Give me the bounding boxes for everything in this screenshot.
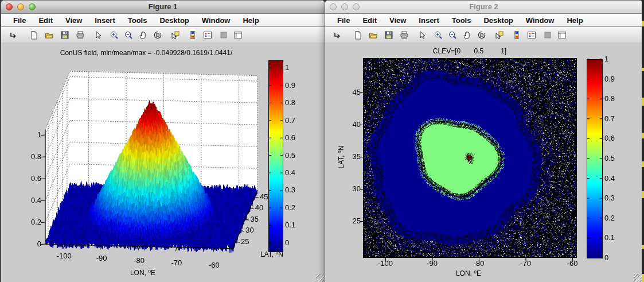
figure2-titlebar[interactable]: Figure 2 [325,1,642,14]
menu-view[interactable]: View [59,16,88,25]
menu-help[interactable]: Help [560,16,589,25]
menu-window[interactable]: Window [520,16,561,25]
background-highlight [642,68,644,71]
insert-colorbar-icon [512,30,521,40]
data-cursor-button[interactable] [493,29,506,41]
figure2-menubar: FileEditViewInsertToolsDesktopWindowHelp [325,14,642,27]
rotate-3d-icon [153,30,162,40]
colorbar-tick-label: 0.4 [285,168,295,177]
menu-edit[interactable]: Edit [356,16,383,25]
zoom-in-icon [434,30,443,40]
insert-legend-button[interactable] [201,29,214,41]
y-axis-label: LAT, ⁰N [337,133,346,181]
save-figure-button[interactable] [58,29,71,41]
resize-grip[interactable] [634,274,642,282]
dock-arrow-button[interactable] [331,29,344,41]
y-tick-label: 30 [342,184,361,193]
edit-plot-icon [93,30,103,40]
menu-file[interactable]: File [7,16,32,25]
figure1-title: ConUS field, min/mean/max = -0.049928/0.… [26,49,267,57]
menu-window[interactable]: Window [196,16,237,25]
pan-icon [462,30,471,40]
background-window-sliver [642,0,644,282]
colorbar-tick-label: 0.7 [285,116,295,125]
menu-desktop[interactable]: Desktop [477,16,519,25]
new-figure-button[interactable] [28,29,40,41]
figure1-toolbar [1,27,325,44]
zoom-in-button[interactable] [108,29,120,41]
pan-button[interactable] [136,29,149,41]
figure2-plot-canvas[interactable] [325,43,642,282]
open-file-icon [45,30,54,40]
menu-file[interactable]: File [331,16,356,25]
menu-insert[interactable]: Insert [412,16,445,25]
show-plot-tools-icon [233,30,243,40]
colorbar-tick-label: 0.6 [285,133,295,142]
menu-tools[interactable]: Tools [446,16,478,25]
menu-desktop[interactable]: Desktop [153,16,195,25]
colorbar-tick-label: 1 [604,55,608,63]
dock-arrow-icon [333,30,342,40]
insert-colorbar-button[interactable] [186,29,199,41]
new-figure-button[interactable] [352,29,364,41]
menu-edit[interactable]: Edit [32,16,59,25]
rotate-3d-button[interactable] [151,29,164,41]
data-cursor-button[interactable] [169,29,182,41]
y-tick-label: 40 [342,120,361,129]
background-highlight [642,21,644,26]
edit-plot-button[interactable] [416,29,428,41]
open-file-button[interactable] [367,29,380,41]
menu-insert[interactable]: Insert [88,16,121,25]
x-tick-label: -90 [89,254,114,262]
figure2-window: Figure 2 FileEditViewInsertToolsDesktopW… [325,0,643,282]
menu-tools[interactable]: Tools [122,16,154,25]
zoom-out-button[interactable] [122,29,135,41]
y-tick-label: 45 [260,192,268,201]
colorbar-tick-label: 0.9 [285,81,295,90]
save-figure-button[interactable] [383,29,395,41]
y-axis-label: LAT, ⁰N [260,250,283,259]
edit-plot-button[interactable] [92,29,104,41]
print-figure-button[interactable] [74,29,87,41]
menu-help[interactable]: Help [236,16,265,25]
colorbar-tick-label: 1 [285,63,289,72]
dock-arrow-icon [9,30,18,40]
background-highlight [642,98,644,106]
save-figure-icon [60,30,69,40]
figure1-titlebar[interactable]: Figure 1 [1,1,325,14]
zoom-out-icon [448,30,457,40]
colorbar-tick-label: 0.3 [285,186,295,194]
print-figure-button[interactable] [398,29,411,41]
z-tick-label: 0.4 [23,196,41,204]
x-tick-label: -80 [127,256,151,265]
dock-arrow-button[interactable] [7,29,19,41]
zoom-out-button[interactable] [446,29,459,41]
zoom-in-icon [110,30,119,40]
print-figure-icon [400,30,409,40]
x-tick-label: -70 [514,259,538,268]
colorbar-tick-label: 0 [285,238,289,247]
y-tick-label: 35 [250,215,258,223]
rotate-3d-button[interactable] [475,29,488,41]
print-figure-icon [76,30,85,40]
insert-legend-button[interactable] [525,29,538,41]
colorbar-tick-label: 0.8 [285,98,295,107]
zoom-in-button[interactable] [432,29,444,41]
menu-view[interactable]: View [383,16,412,25]
y-tick-label: 40 [255,203,263,212]
save-figure-icon [384,30,393,40]
insert-colorbar-icon [188,30,197,40]
figure2-toolbar [325,27,642,44]
hide-plot-tools-button[interactable] [217,29,230,41]
y-tick-label: 25 [342,217,361,225]
open-file-button[interactable] [43,29,56,41]
show-plot-tools-button[interactable] [556,29,568,41]
resize-grip[interactable] [316,274,324,282]
figure1-plot-canvas[interactable] [1,43,325,282]
z-tick-label: 1 [23,130,41,139]
insert-colorbar-button[interactable] [510,29,523,41]
pan-button[interactable] [460,29,473,41]
hide-plot-tools-button[interactable] [541,29,554,41]
show-plot-tools-button[interactable] [232,29,244,41]
colorbar-tick-label: 0.8 [604,94,615,103]
